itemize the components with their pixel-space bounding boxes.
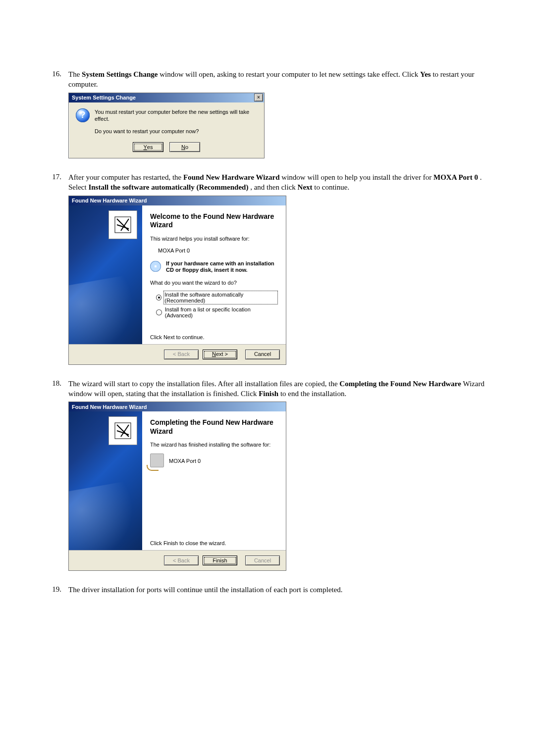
wizard-pane: Welcome to the Found New Hardware Wizard…: [142, 205, 286, 344]
dialog-titlebar[interactable]: Found New Hardware Wizard: [69, 196, 286, 205]
cancel-button: Cancel: [245, 555, 280, 565]
wizard-subtext: The wizard has finished installing the s…: [150, 442, 277, 448]
dialog-title: Found New Hardware Wizard: [72, 198, 147, 203]
t: , and then click: [250, 183, 297, 191]
wizard-subtext: This wizard helps you install software f…: [150, 236, 277, 242]
back-button: < Back: [164, 555, 199, 565]
wizard-footer: < Back Finish Cancel: [69, 550, 286, 570]
radio-label: Install the software automatically (Reco…: [164, 292, 277, 303]
t: window will open to help you install the…: [281, 173, 433, 181]
wizard-heading: Welcome to the Found New Hardware Wizard: [150, 212, 277, 230]
hardware-icon: [108, 210, 137, 239]
dialog-title: System Settings Change: [72, 95, 136, 101]
step-body: The driver installation for ports will c…: [68, 585, 490, 598]
radio-option-auto[interactable]: Install the software automatically (Reco…: [156, 292, 277, 303]
step-text: The System Settings Change window will o…: [68, 69, 490, 90]
t-bold: Next: [298, 183, 313, 191]
hardware-icon: [108, 416, 137, 445]
dialog-buttons: Yes No: [69, 142, 264, 158]
step-19: 19. The driver installation for ports wi…: [45, 585, 490, 598]
t-bold: System Settings Change: [82, 70, 158, 78]
mnemonic: N: [212, 351, 216, 357]
document-page: 16. The System Settings Change window wi…: [0, 0, 535, 671]
dialog-message: You must restart your computer before th…: [95, 108, 258, 141]
dialog-titlebar[interactable]: Found New Hardware Wizard: [69, 402, 286, 411]
step-number: 17.: [45, 172, 62, 365]
step-text: The driver installation for ports will c…: [68, 585, 490, 595]
t-bold: Completing the Found New Hardware: [339, 380, 461, 388]
wizard-question: What do you want the wizard to do?: [150, 280, 277, 286]
t-bold: Finish: [259, 390, 278, 398]
mnemonic: Y: [144, 144, 147, 150]
step-number: 19.: [45, 585, 62, 598]
step-number: 18.: [45, 379, 62, 571]
label-rest: o: [185, 144, 188, 150]
step-18: 18. The wizard will start to copy the in…: [45, 379, 490, 571]
step-number: 16.: [45, 69, 62, 158]
dialog-line1: You must restart your computer before th…: [95, 108, 258, 123]
next-button[interactable]: Next >: [203, 350, 237, 359]
radio-group: Install the software automatically (Reco…: [150, 292, 277, 318]
mnemonic: N: [181, 144, 185, 150]
radio-label: Install from a list or specific location…: [165, 306, 277, 318]
wizard-side-image: [69, 411, 142, 550]
back-button: < Back: [164, 350, 199, 359]
step-body: The System Settings Change window will o…: [68, 69, 490, 158]
system-settings-change-dialog: System Settings Change × ? You must rest…: [68, 93, 265, 159]
cd-hint: If your hardware came with an installati…: [150, 259, 277, 274]
dialog-content: ? You must restart your computer before …: [69, 102, 264, 143]
t: The wizard will start to copy the instal…: [68, 380, 339, 388]
radio-icon: [156, 295, 161, 301]
radio-option-advanced[interactable]: Install from a list or specific location…: [156, 306, 277, 318]
dialog-title: Found New Hardware Wizard: [72, 404, 147, 410]
port-icon: [150, 454, 164, 467]
step-body: After your computer has restarted, the F…: [68, 172, 490, 365]
step-17: 17. After your computer has restarted, t…: [45, 172, 490, 365]
no-button[interactable]: No: [169, 142, 200, 152]
device-name: MOXA Port 0: [169, 457, 201, 464]
t: to end the installation.: [280, 390, 346, 398]
device-row: MOXA Port 0: [150, 454, 277, 467]
step-text: After your computer has restarted, the F…: [68, 172, 490, 193]
found-new-hardware-wizard-dialog: Found New Hardware Wizard Welcome to the…: [68, 196, 286, 365]
step-16: 16. The System Settings Change window wi…: [45, 69, 490, 158]
step-text: The wizard will start to copy the instal…: [68, 379, 490, 399]
wizard-side-image: [69, 205, 142, 344]
wizard-top: Completing the Found New Hardware Wizard…: [69, 411, 286, 550]
t: After your computer has restarted, the: [68, 173, 183, 181]
wizard-pane: Completing the Found New Hardware Wizard…: [142, 411, 286, 550]
t: window will open, asking to restart your…: [160, 70, 420, 78]
label-rest: es: [147, 144, 153, 150]
t: The: [68, 70, 82, 78]
wizard-heading: Completing the Found New Hardware Wizard: [150, 418, 277, 436]
step-body: The wizard will start to copy the instal…: [68, 379, 490, 571]
wizard-footer: < Back Next > Cancel: [69, 344, 286, 364]
next-hint: Click Next to continue.: [150, 334, 277, 340]
t-bold: Install the software automatically (Reco…: [88, 183, 248, 191]
wizard-top: Welcome to the Found New Hardware Wizard…: [69, 205, 286, 344]
cd-hint-text: If your hardware came with an installati…: [166, 259, 277, 274]
finish-button[interactable]: Finish: [203, 555, 237, 565]
t-bold: MOXA Port 0: [433, 173, 478, 181]
t: to continue.: [314, 183, 349, 191]
radio-icon: [156, 309, 162, 315]
device-name: MOXA Port 0: [150, 248, 277, 253]
found-new-hardware-wizard-complete-dialog: Found New Hardware Wizard Completing the…: [68, 402, 286, 571]
yes-button[interactable]: Yes: [133, 142, 163, 152]
label-rest: ext >: [216, 351, 228, 357]
question-icon: ?: [76, 108, 90, 122]
dialog-titlebar[interactable]: System Settings Change ×: [69, 93, 264, 102]
dialog-line2: Do you want to restart your computer now…: [95, 128, 258, 135]
close-icon[interactable]: ×: [254, 94, 263, 101]
cancel-button[interactable]: Cancel: [245, 350, 280, 359]
close-hint: Click Finish to close the wizard.: [150, 540, 277, 546]
steps-list: 16. The System Settings Change window wi…: [45, 69, 490, 598]
t-bold: Yes: [420, 70, 431, 78]
t-bold: Found New Hardware Wizard: [183, 173, 280, 181]
cd-icon: [150, 261, 161, 272]
